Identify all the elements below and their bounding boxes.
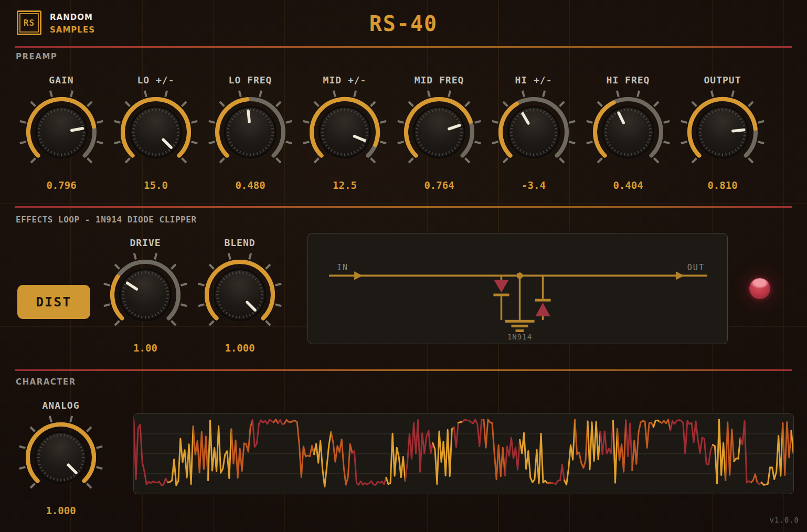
lo-gain-knob-control[interactable] bbox=[112, 88, 200, 176]
effects-section-label: EFFECTS LOOP - 1N914 DIODE CLIPPER bbox=[16, 215, 197, 225]
waveform-plot bbox=[134, 414, 793, 494]
waveform-display bbox=[133, 413, 794, 494]
clip-led-indicator bbox=[749, 278, 770, 299]
hi-gain-knob-control[interactable] bbox=[490, 88, 578, 176]
dist-button[interactable]: DIST bbox=[17, 285, 90, 319]
circuit-out-label: OUT bbox=[687, 263, 705, 272]
circuit-in-label: IN bbox=[337, 263, 348, 272]
mid-gain-label: MID +/- bbox=[323, 75, 367, 86]
mid-freq-value: 0.764 bbox=[424, 179, 454, 191]
section-divider bbox=[15, 206, 792, 208]
drive-value: 1.00 bbox=[133, 342, 157, 354]
signal-arrow-icon bbox=[676, 271, 684, 280]
mid-freq-label: MID FREQ bbox=[415, 75, 464, 86]
lo-freq-knob-control[interactable] bbox=[206, 88, 294, 176]
output-label: OUTPUT bbox=[704, 75, 741, 86]
circuit-diagram: IN OUT 1N914 bbox=[308, 233, 727, 344]
knob-lo-gain[interactable]: LO +/-15.0 bbox=[111, 75, 200, 191]
mid-gain-value: 12.5 bbox=[333, 179, 357, 191]
knob-output[interactable]: OUTPUT0.810 bbox=[678, 75, 767, 191]
knob-hi-freq[interactable]: HI FREQ0.404 bbox=[583, 75, 673, 191]
knob-gain[interactable]: GAIN0.796 bbox=[17, 75, 106, 191]
version-label: v1.0.0 bbox=[769, 516, 799, 524]
mid-freq-knob-control[interactable] bbox=[395, 88, 483, 176]
diode-up-icon bbox=[536, 303, 550, 316]
ground-icon bbox=[515, 329, 524, 332]
mid-gain-knob-control[interactable] bbox=[301, 88, 389, 176]
gain-label: GAIN bbox=[49, 75, 73, 86]
hi-gain-value: -3.4 bbox=[522, 179, 546, 191]
hi-freq-value: 0.404 bbox=[613, 179, 643, 191]
knob-hi-gain[interactable]: HI +/--3.4 bbox=[489, 75, 578, 191]
lo-freq-value: 0.480 bbox=[235, 179, 265, 191]
hi-freq-label: HI FREQ bbox=[607, 75, 650, 86]
gain-knob-control[interactable] bbox=[17, 88, 105, 176]
ground-icon bbox=[505, 320, 534, 323]
diode-part-label: 1N914 bbox=[507, 333, 532, 341]
plugin-title: RS-40 bbox=[0, 12, 807, 36]
analog-value: 1.000 bbox=[46, 505, 76, 516]
knob-lo-freq[interactable]: LO FREQ0.480 bbox=[206, 75, 295, 191]
hi-gain-label: HI +/- bbox=[515, 75, 552, 86]
blend-knob-control[interactable] bbox=[196, 251, 284, 339]
preamp-section-label: PREAMP bbox=[16, 52, 57, 61]
drive-knob-control[interactable] bbox=[101, 251, 189, 339]
diode-cathode-bar bbox=[535, 299, 551, 302]
diode-clipper-circuit-panel: IN OUT 1N914 bbox=[307, 233, 728, 344]
output-knob-control[interactable] bbox=[678, 88, 767, 176]
blend-value: 1.000 bbox=[225, 342, 254, 354]
diode-cathode-bar bbox=[493, 294, 509, 296]
hi-freq-knob-control[interactable] bbox=[584, 88, 672, 176]
lo-freq-label: LO FREQ bbox=[229, 75, 272, 86]
drive-label: DRIVE bbox=[130, 237, 161, 248]
lo-gain-value: 15.0 bbox=[144, 179, 168, 191]
ground-icon bbox=[511, 325, 528, 327]
gain-value: 0.796 bbox=[46, 179, 76, 191]
section-divider bbox=[15, 46, 792, 48]
knob-mid-gain[interactable]: MID +/-12.5 bbox=[300, 75, 389, 191]
blend-label: BLEND bbox=[224, 237, 255, 248]
knob-mid-freq[interactable]: MID FREQ0.764 bbox=[395, 75, 484, 191]
output-value: 0.810 bbox=[707, 179, 737, 191]
diode-down-icon bbox=[494, 280, 508, 292]
knob-drive[interactable]: DRIVE1.00 bbox=[101, 237, 190, 354]
analog-label: ANALOG bbox=[42, 400, 79, 411]
signal-arrow-icon bbox=[354, 271, 363, 280]
knob-blend[interactable]: BLEND1.000 bbox=[195, 237, 284, 354]
character-section-label: CHARACTER bbox=[16, 377, 76, 387]
lo-gain-label: LO +/- bbox=[137, 75, 174, 86]
analog-knob-control[interactable] bbox=[17, 413, 105, 502]
knob-analog[interactable]: ANALOG1.000 bbox=[16, 400, 105, 516]
section-divider bbox=[15, 369, 792, 371]
